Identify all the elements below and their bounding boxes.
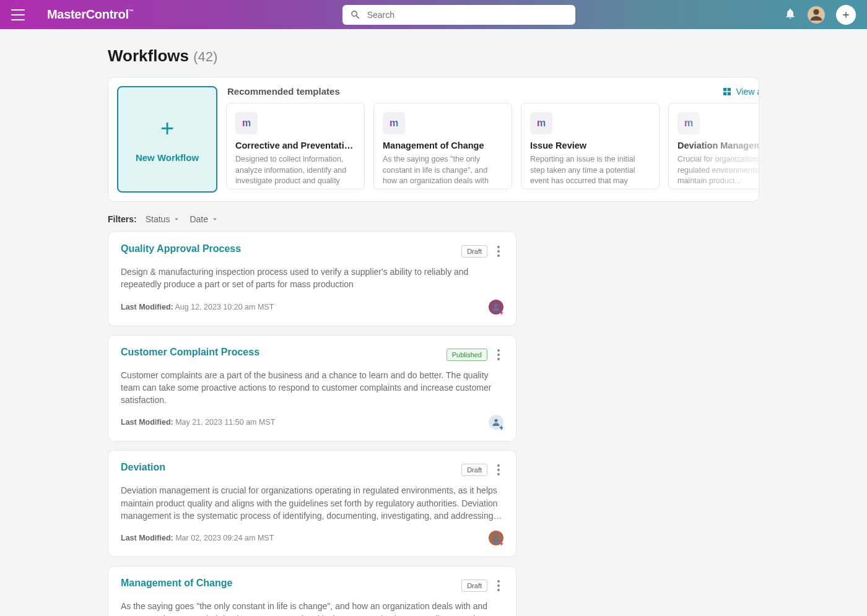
filter-status[interactable]: Status (146, 214, 181, 224)
template-desc: Reporting an issue is the initial step t… (530, 154, 650, 188)
grid-icon (722, 87, 732, 97)
page-title: Workflows (42) (108, 46, 759, 66)
svg-point-2 (494, 535, 497, 538)
template-desc: Crucial for organizations in regulated e… (677, 154, 759, 187)
workflow-description: Customer complaints are a part of the bu… (121, 369, 503, 407)
search-input[interactable] (367, 10, 568, 20)
workflow-title-link[interactable]: Management of Change (121, 578, 232, 589)
search-icon (350, 9, 361, 20)
workflow-card: Management of Change Draft As the saying… (108, 566, 516, 616)
svg-point-0 (494, 303, 497, 306)
template-title: Deviation Management (677, 141, 759, 150)
workflow-title-link[interactable]: Quality Approval Process (121, 243, 241, 254)
filter-date[interactable]: Date (190, 214, 219, 224)
svg-point-1 (494, 419, 497, 422)
bolt-icon (499, 540, 505, 547)
templates-section-title: Recommended templates (227, 86, 340, 97)
workflow-title-link[interactable]: Deviation (121, 462, 165, 473)
page-content: Workflows (42) + New Workflow Recommende… (108, 29, 759, 616)
owner-avatar[interactable] (489, 300, 503, 315)
search-container (133, 5, 784, 25)
workflow-card: Deviation Draft Deviation management is … (108, 450, 516, 557)
filters-label: Filters: (108, 214, 137, 224)
last-modified: Last Modified: Mar 02, 2023 09:24 am MST (121, 534, 274, 542)
add-button[interactable] (836, 5, 856, 25)
chevron-down-icon (172, 215, 181, 223)
workflow-list: Quality Approval Process Draft Design & … (108, 232, 516, 616)
user-avatar[interactable] (808, 6, 825, 24)
workflow-menu-button[interactable] (494, 578, 503, 594)
template-icon: m (235, 112, 258, 134)
workflow-description: Design & manufacturing inspection proces… (121, 266, 503, 291)
last-modified: Last Modified: Aug 12, 2023 10:20 am MST (121, 303, 274, 311)
templates-panel: + New Workflow Recommended templates Vie… (108, 77, 759, 202)
new-workflow-label: New Workflow (136, 152, 199, 163)
template-carousel: m Corrective and Preventative A... Desig… (226, 103, 759, 189)
plus-icon (841, 10, 851, 20)
template-card[interactable]: m Issue Review Reporting an issue is the… (521, 103, 660, 189)
template-title: Management of Change (383, 141, 503, 150)
search-box[interactable] (342, 5, 575, 25)
status-badge: Draft (461, 579, 487, 592)
bell-icon (784, 7, 796, 20)
workflow-menu-button[interactable] (494, 347, 503, 363)
menu-button[interactable] (11, 9, 25, 20)
workflow-count: (42) (193, 49, 217, 64)
template-card[interactable]: m Deviation Management Crucial for organ… (668, 103, 759, 189)
chevron-down-icon (211, 215, 219, 223)
template-desc: Designed to collect information, analyze… (235, 154, 355, 188)
workflow-menu-button[interactable] (494, 462, 503, 478)
plus-icon: + (160, 116, 174, 140)
workflow-menu-button[interactable] (494, 243, 503, 259)
status-badge: Draft (461, 245, 487, 258)
workflow-card: Customer Complaint Process Published Cus… (108, 335, 516, 442)
template-icon: m (530, 112, 552, 134)
template-desc: As the saying goes "the only constant in… (383, 154, 503, 188)
status-badge: Draft (461, 464, 487, 476)
view-all-templates-link[interactable]: View all templates (722, 87, 759, 97)
notifications-button[interactable] (784, 7, 796, 22)
owner-avatar[interactable] (489, 415, 503, 430)
owner-avatar[interactable] (489, 531, 503, 545)
template-icon: m (677, 112, 700, 134)
workflow-card: Quality Approval Process Draft Design & … (108, 232, 516, 326)
bolt-icon (499, 425, 505, 431)
header-actions (784, 5, 856, 25)
app-header: MasterControl™ (0, 0, 867, 29)
template-title: Issue Review (530, 141, 650, 150)
workflow-description: Deviation management is crucial for orga… (121, 484, 503, 522)
brand-logo: MasterControl™ (47, 7, 133, 22)
status-badge: Published (447, 349, 487, 361)
workflow-description: As the saying goes "the only constant in… (121, 600, 503, 616)
new-workflow-card[interactable]: + New Workflow (117, 86, 217, 193)
workflow-title-link[interactable]: Customer Complaint Process (121, 347, 259, 358)
template-card[interactable]: m Corrective and Preventative A... Desig… (226, 103, 365, 189)
filters-row: Filters: Status Date (108, 214, 759, 224)
bolt-icon (499, 310, 505, 316)
template-title: Corrective and Preventative A... (235, 141, 355, 150)
template-card[interactable]: m Management of Change As the saying goe… (373, 103, 512, 189)
template-icon: m (383, 112, 405, 134)
last-modified: Last Modified: May 21, 2023 11:50 am MST (121, 418, 275, 427)
